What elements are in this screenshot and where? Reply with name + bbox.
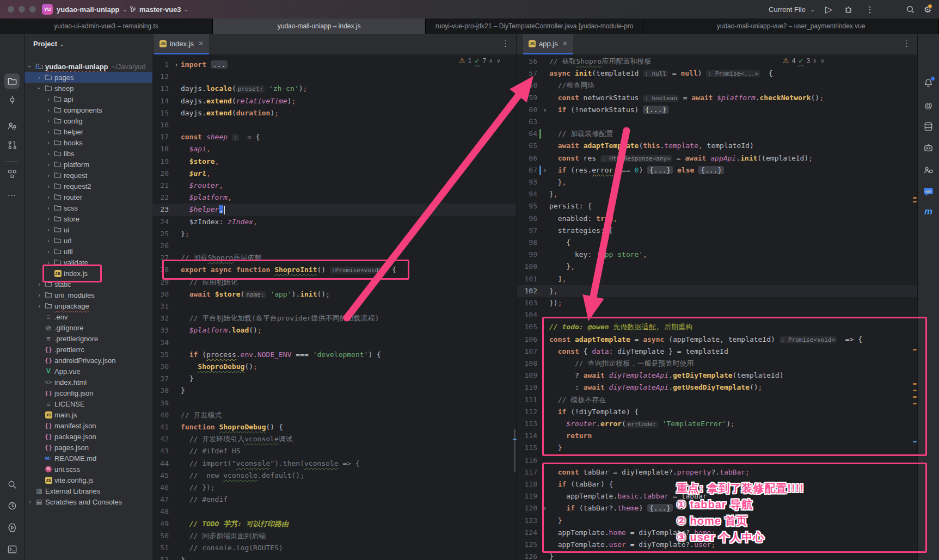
window-tab-2[interactable]: yudao-mall-uniapp – index.js	[213, 19, 426, 34]
more-actions-button[interactable]: ⋮	[866, 0, 874, 19]
tree-item-androidPrivacy.json[interactable]: { }androidPrivacy.json	[24, 355, 152, 366]
tree-item-.env[interactable]: ≡.env	[24, 311, 152, 322]
tree-item-config[interactable]: ›config	[24, 115, 152, 126]
code-line-18[interactable]: 18 $api,	[152, 143, 516, 155]
code-line-45[interactable]: 45 // new vconsole.default();	[152, 470, 516, 482]
code-line-110[interactable]: 110 : await diyTemplateApi.getUsedDiyTem…	[517, 381, 918, 393]
code-line-51[interactable]: 51 // console.log(ROUTES)	[152, 542, 516, 554]
code-line-23[interactable]: 23 $helper,	[152, 204, 516, 216]
terminal-icon[interactable]	[4, 541, 20, 557]
tree-item-ui[interactable]: ›ui	[24, 224, 152, 235]
code-line-118[interactable]: 118 if (tabBar) {	[517, 478, 918, 490]
inspections-widget-left[interactable]: ⚠1 ✓7 ∧ ∨	[459, 57, 502, 65]
code-line-106[interactable]: 106const adaptTemplate = async (appTempl…	[517, 334, 918, 346]
code-line-124[interactable]: 124 appTemplate.home = diyTemplate?.home…	[517, 527, 918, 539]
code-line-43[interactable]: 43 // #ifdef H5	[152, 445, 516, 457]
structure-icon[interactable]	[4, 166, 20, 181]
chevron-collapsed-icon[interactable]: ›	[44, 161, 53, 168]
code-line-56[interactable]: 56// 获取Shopro应用配置和模板	[517, 56, 918, 67]
code-line-96[interactable]: 96 enabled: true,	[517, 213, 918, 225]
code-area-app-js[interactable]: 56// 获取Shopro应用配置和模板57async init(templat…	[517, 54, 918, 560]
code-line-39[interactable]: 39	[152, 397, 516, 409]
tree-item-main.js[interactable]: JSmain.js	[24, 409, 152, 420]
code-line-126[interactable]: 126}	[517, 551, 918, 560]
code-line-114[interactable]: 114 return	[517, 430, 918, 442]
chevron-collapsed-icon[interactable]: ›	[44, 194, 53, 200]
chevron-collapsed-icon[interactable]: ›	[44, 172, 53, 179]
code-line-33[interactable]: 33 $platform.load();	[152, 324, 516, 336]
tree-item-ScratchesandConsoles[interactable]: ›▤Scratches and Consoles	[24, 496, 152, 507]
code-line-21[interactable]: 21 $router,	[152, 180, 516, 192]
chevron-collapsed-icon[interactable]: ›	[44, 248, 53, 255]
code-line-123[interactable]: 123 }	[517, 515, 918, 527]
prev-next-problem-icons[interactable]: ∧ ∨	[489, 58, 501, 64]
tree-item-LICENSE[interactable]: ≡LICENSE	[24, 398, 152, 409]
close-icon[interactable]: ✕	[562, 40, 568, 47]
code-line-37[interactable]: 37 }	[152, 373, 516, 385]
close-icon[interactable]: ✕	[198, 40, 204, 47]
assistant-chat-icon[interactable]	[921, 140, 936, 156]
code-line-20[interactable]: 20 $url,	[152, 168, 516, 180]
fold-collapsed-icon[interactable]: ›	[172, 59, 181, 71]
code-line-36[interactable]: 36 ShoproDebug();	[152, 361, 516, 373]
chevron-collapsed-icon[interactable]: ›	[44, 237, 53, 244]
project-icon[interactable]	[4, 73, 20, 89]
window-close-button[interactable]	[8, 6, 14, 13]
chevron-collapsed-icon[interactable]: ›	[35, 281, 44, 287]
chevron-collapsed-icon[interactable]: ›	[44, 128, 53, 135]
code-line-94[interactable]: 94},	[517, 188, 918, 200]
chevron-collapsed-icon[interactable]: ›	[35, 303, 44, 309]
chevron-collapsed-icon[interactable]: ›	[44, 96, 53, 102]
code-line-104[interactable]: 104	[517, 309, 918, 321]
code-line-60[interactable]: 60› if (!networkStatus) {...}	[517, 104, 918, 116]
run-icon[interactable]	[4, 520, 20, 535]
tree-item-util[interactable]: ›util	[24, 246, 152, 257]
learn-icon[interactable]	[4, 118, 20, 133]
code-line-93[interactable]: 93 },	[517, 176, 918, 188]
code-line-27[interactable]: 27// 加载Shopro底层依赖	[152, 252, 516, 264]
code-line-25[interactable]: 25};	[152, 228, 516, 240]
code-line-125[interactable]: 125 appTemplate.user = diyTemplate?.user…	[517, 539, 918, 551]
inspections-widget-right[interactable]: ⚠4 ✓3 ∧ ∨	[783, 57, 826, 65]
tree-item-scss[interactable]: ›scss	[24, 202, 152, 213]
editor-tab-options-icon[interactable]: ⋮	[501, 39, 510, 48]
project-selector[interactable]: yudao-mall-uniapp ⌄	[57, 0, 127, 19]
chevron-collapsed-icon[interactable]: ›	[44, 226, 53, 233]
more-icon[interactable]: ⋯	[4, 187, 20, 202]
notifications-icon[interactable]	[921, 75, 936, 90]
code-line-19[interactable]: 19 $store,	[152, 156, 516, 168]
tree-item-url[interactable]: ›url	[24, 235, 152, 246]
tree-item-.prettierrc[interactable]: { }.prettierrc	[24, 344, 152, 355]
code-line-120[interactable]: 120› if (tabBar?.theme) {...}	[517, 502, 918, 514]
chevron-expanded-icon[interactable]: ›	[27, 62, 33, 71]
tree-item-pages.json[interactable]: { }pages.json	[24, 442, 152, 453]
code-line-113[interactable]: 113 $router.error(errCode: 'TemplateErro…	[517, 418, 918, 430]
tree-item-hooks[interactable]: ›hooks	[24, 137, 152, 148]
tree-item-README.md[interactable]: M↓README.md	[24, 453, 152, 464]
code-line-26[interactable]: 26	[152, 240, 516, 252]
chevron-collapsed-icon[interactable]: ›	[44, 139, 53, 146]
code-line-111[interactable]: 111 // 模板不存在	[517, 394, 918, 406]
commit-icon[interactable]	[4, 92, 20, 107]
window-tab-3[interactable]: ruoyi-vue-pro-jdk21 – DiyTemplateControl…	[426, 19, 643, 34]
code-line-98[interactable]: 98 {	[517, 237, 918, 249]
code-line-58[interactable]: 58 //检查网络	[517, 79, 918, 91]
pull-requests-icon[interactable]	[4, 137, 20, 152]
code-chat-icon[interactable]: </>	[921, 184, 936, 199]
editor-tab-index-js[interactable]: JS index.js ✕	[154, 34, 209, 54]
database-icon[interactable]	[921, 119, 936, 134]
branch-selector[interactable]: master-vue3 ⌄	[129, 0, 189, 19]
chevron-collapsed-icon[interactable]: ›	[44, 150, 53, 157]
code-line-47[interactable]: 47 // #endif	[152, 494, 516, 506]
tree-item-manifest.json[interactable]: { }manifest.json	[24, 420, 152, 431]
code-line-102[interactable]: 102},	[517, 285, 918, 297]
tree-item-helper[interactable]: ›helper	[24, 126, 152, 137]
code-area-index-js[interactable]: 1›import ...1213dayjs.locale(preset: 'zh…	[152, 54, 516, 560]
tree-item-index.html[interactable]: <>index.html	[24, 377, 152, 387]
chevron-collapsed-icon[interactable]: ›	[44, 183, 53, 189]
code-line-67[interactable]: 67› if (res.error === 0) {...} else {...…	[517, 164, 918, 176]
chevron-expanded-icon[interactable]: ›	[36, 84, 42, 93]
history-icon[interactable]	[4, 498, 20, 513]
editor-tab-options-icon[interactable]: ⋮	[903, 39, 911, 48]
code-line-52[interactable]: 52}	[152, 554, 516, 560]
